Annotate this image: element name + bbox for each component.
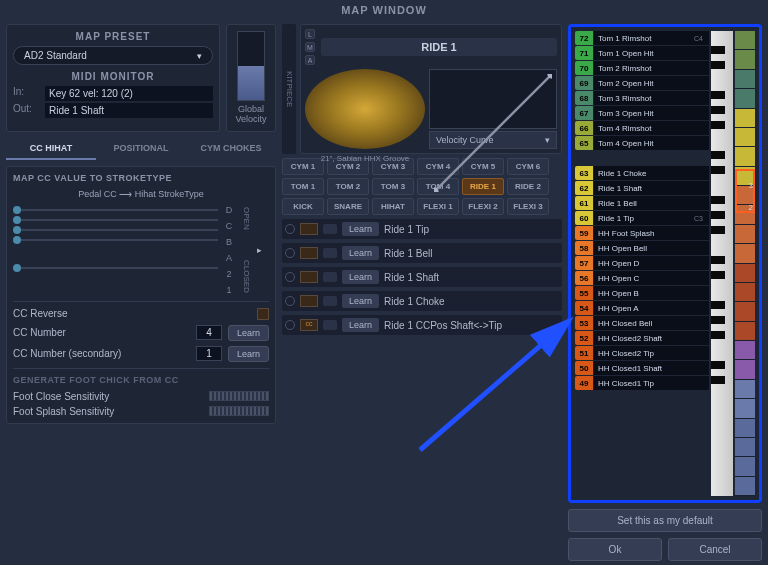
key-row[interactable]: 55HH Open B [575,286,709,300]
cc-sliders[interactable] [13,205,218,295]
learn-row-learn-btn[interactable]: Learn [342,270,379,284]
kit-btn-flexi-1[interactable]: FLEXI 1 [417,198,459,215]
learn-row-learn-btn[interactable]: Learn [342,294,379,308]
keymap-panel: 72Tom 1 RimshotC471Tom 1 Open Hit70Tom 2… [568,24,762,503]
learn-row-toggle[interactable] [323,320,337,330]
key-row[interactable]: 50HH Closed1 Shaft [575,361,709,375]
cymbal-image [305,69,425,149]
midi-out-label: Out: [13,103,39,118]
key-number: 50 [575,361,593,375]
learn-row-toggle[interactable] [323,224,337,234]
cc-secondary-learn[interactable]: Learn [228,346,269,362]
global-velocity-meter[interactable] [237,31,265,101]
learn-row-dot[interactable] [285,248,295,258]
key-number: 72 [575,31,593,45]
learn-row-learn-btn[interactable]: Learn [342,246,379,260]
key-row[interactable]: 65Tom 4 Open Hit [575,136,709,150]
learn-row-dot[interactable] [285,272,295,282]
piano-column[interactable] [711,31,733,496]
map-preset-panel: MAP PRESET AD2 Standard MIDI MONITOR In:… [6,24,220,132]
kit-btn-hihat[interactable]: HIHAT [372,198,414,215]
key-name: HH Closed2 Shaft [593,331,709,345]
key-row[interactable]: 58HH Open Bell [575,241,709,255]
kit-btn-flexi-3[interactable]: FLEXI 3 [507,198,549,215]
foot-close-slider[interactable] [209,391,269,401]
key-row[interactable]: 54HH Open A [575,301,709,315]
kit-btn-kick[interactable]: KICK [282,198,324,215]
key-row[interactable]: 71Tom 1 Open Hit [575,46,709,60]
tab-positional[interactable]: POSITIONAL [96,138,186,160]
key-number: 53 [575,316,593,330]
learn-row-cc[interactable] [300,271,318,283]
foot-splash-slider[interactable] [209,406,269,416]
learn-row-learn-btn[interactable]: Learn [342,222,379,236]
learn-row-dot[interactable] [285,320,295,330]
expand-toggle[interactable]: ▸ [257,205,269,295]
learn-row-cc[interactable]: cc [300,319,318,331]
tab-cym-chokes[interactable]: CYM CHOKES [186,138,276,160]
key-row[interactable]: 49HH Closed1 Tip [575,376,709,390]
learn-row-cc[interactable] [300,295,318,307]
key-number: 62 [575,181,593,195]
key-row[interactable]: 62Ride 1 Shaft [575,181,709,195]
key-row[interactable]: 68Tom 3 Rimshot [575,91,709,105]
key-row[interactable]: 72Tom 1 RimshotC4 [575,31,709,45]
learn-row-dot[interactable] [285,296,295,306]
key-name: Tom 1 RimshotC4 [593,31,709,45]
cc-reverse-checkbox[interactable] [257,308,269,320]
cc-number-value[interactable]: 4 [196,325,222,340]
learn-row-cc[interactable] [300,247,318,259]
kit-btn-tom-3[interactable]: TOM 3 [372,178,414,195]
key-row[interactable]: 69Tom 2 Open Hit [575,76,709,90]
key-number: 54 [575,301,593,315]
learn-row-toggle[interactable] [323,248,337,258]
key-row[interactable]: 61Ride 1 Bell [575,196,709,210]
preset-dropdown[interactable]: AD2 Standard [13,46,213,65]
key-number: 60 [575,211,593,225]
key-row[interactable]: 53HH Closed Bell [575,316,709,330]
preset-title: MAP PRESET [13,31,213,42]
cc-map-header: MAP CC VALUE TO STROKETYPE [13,173,269,183]
cc-number-label: CC Number [13,327,190,338]
learn-row-toggle[interactable] [323,296,337,306]
set-default-button[interactable]: Set this as my default [568,509,762,532]
velocity-curve-graph[interactable] [429,69,557,129]
key-row[interactable]: 52HH Closed2 Shaft [575,331,709,345]
key-number: 67 [575,106,593,120]
key-name: HH Open A [593,301,709,315]
foot-close-label: Foot Close Sensitivity [13,391,203,402]
key-row[interactable]: 66Tom 4 Rimshot [575,121,709,135]
key-row[interactable]: 57HH Open D [575,256,709,270]
key-row[interactable]: 60Ride 1 TipC3 [575,211,709,225]
kitpiece-dots[interactable]: LMA [305,29,315,65]
key-name: HH Open C [593,271,709,285]
key-row[interactable]: 67Tom 3 Open Hit [575,106,709,120]
key-name: Tom 2 Rimshot [593,61,709,75]
key-name: HH Open Bell [593,241,709,255]
kit-btn-snare[interactable]: SNARE [327,198,369,215]
key-name: Tom 2 Open Hit [593,76,709,90]
learn-row-name: Ride 1 Tip [384,224,429,235]
learn-row-toggle[interactable] [323,272,337,282]
kit-btn-tom-1[interactable]: TOM 1 [282,178,324,195]
learn-row-dot[interactable] [285,224,295,234]
cancel-button[interactable]: Cancel [668,538,762,561]
learn-row: LearnRide 1 Tip [282,219,562,239]
key-name: Ride 1 Choke [593,166,709,180]
key-row[interactable]: 59HH Foot Splash [575,226,709,240]
cc-number-learn[interactable]: Learn [228,325,269,341]
kit-btn-flexi-2[interactable]: FLEXI 2 [462,198,504,215]
kit-btn-tom-2[interactable]: TOM 2 [327,178,369,195]
key-row[interactable]: 51HH Closed2 Tip [575,346,709,360]
ok-button[interactable]: Ok [568,538,662,561]
tab-cc-hihat[interactable]: CC HIHAT [6,138,96,160]
learn-row-cc[interactable] [300,223,318,235]
key-row[interactable]: 70Tom 2 Rimshot [575,61,709,75]
key-row[interactable]: 63Ride 1 Choke [575,166,709,180]
kitpiece-title: RIDE 1 [321,38,557,56]
learn-row-learn-btn[interactable]: Learn [342,318,379,332]
cc-secondary-value[interactable]: 1 [196,346,222,361]
key-row[interactable]: 56HH Open C [575,271,709,285]
closed-label: CLOSED [240,258,253,295]
midi-in-label: In: [13,86,39,101]
